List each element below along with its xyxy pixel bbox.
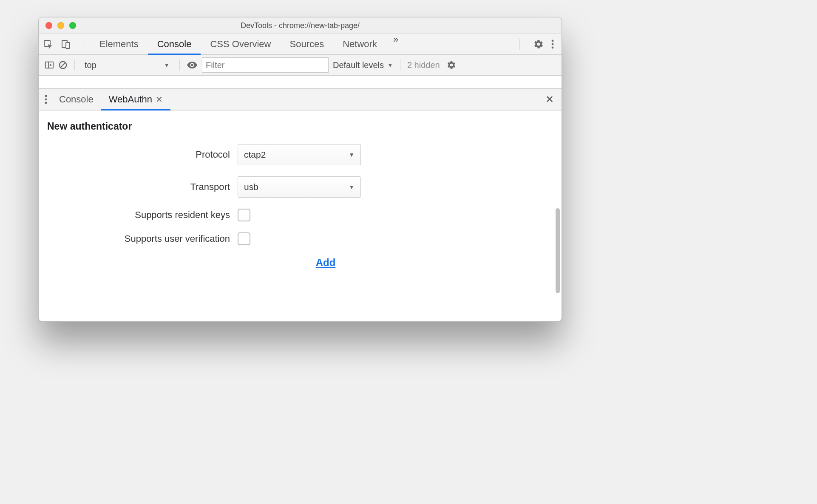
svg-point-3 xyxy=(552,40,554,42)
settings-icon[interactable] xyxy=(533,39,544,49)
chevron-down-icon: ▼ xyxy=(387,62,393,68)
webauthn-panel: New authenticator Protocol ctap2 ▼ Trans… xyxy=(39,110,562,322)
console-toolbar: top ▼ Default levels ▼ 2 hidden xyxy=(39,55,562,76)
live-expression-icon[interactable] xyxy=(187,59,198,71)
log-levels-select[interactable]: Default levels ▼ xyxy=(333,60,393,70)
window-title: DevTools - chrome://new-tab-page/ xyxy=(39,21,562,30)
titlebar: DevTools - chrome://new-tab-page/ xyxy=(39,17,562,34)
add-button[interactable]: Add xyxy=(313,256,338,269)
execution-context-select[interactable]: top ▼ xyxy=(82,58,173,72)
console-output-area xyxy=(39,76,562,89)
svg-point-11 xyxy=(45,95,47,97)
user-verification-label: Supports user verification xyxy=(47,233,238,244)
levels-label: Default levels xyxy=(333,60,384,70)
tab-sources[interactable]: Sources xyxy=(280,34,333,54)
tab-label: Console xyxy=(59,94,94,105)
device-toolbar-icon[interactable] xyxy=(61,39,71,49)
close-tab-icon[interactable]: ✕ xyxy=(156,94,163,105)
tab-label: WebAuthn xyxy=(109,94,152,105)
svg-point-5 xyxy=(552,47,554,49)
tab-label: Elements xyxy=(99,39,139,50)
svg-point-4 xyxy=(552,43,554,45)
hidden-messages-count[interactable]: 2 hidden xyxy=(407,60,440,70)
chevron-down-icon: ▼ xyxy=(164,62,170,68)
resident-keys-label: Supports resident keys xyxy=(47,210,238,221)
tab-css-overview[interactable]: CSS Overview xyxy=(201,34,280,54)
transport-label: Transport xyxy=(47,181,238,193)
drawer-kebab-icon[interactable] xyxy=(43,94,51,105)
tab-network[interactable]: Network xyxy=(333,34,386,54)
chevron-down-icon: ▼ xyxy=(349,151,355,158)
drawer-tab-console[interactable]: Console xyxy=(51,89,101,110)
more-tabs-button[interactable]: » xyxy=(386,34,405,54)
drawer-tab-webauthn[interactable]: WebAuthn ✕ xyxy=(101,89,170,110)
svg-point-13 xyxy=(45,102,47,104)
transport-select[interactable]: usb ▼ xyxy=(238,176,361,198)
scrollbar-thumb[interactable] xyxy=(556,208,560,293)
devtools-window: DevTools - chrome://new-tab-page/ Elemen… xyxy=(38,17,562,322)
protocol-select[interactable]: ctap2 ▼ xyxy=(238,144,361,165)
panel-heading: New authenticator xyxy=(47,121,553,132)
clear-console-icon[interactable] xyxy=(58,60,68,70)
svg-marker-8 xyxy=(50,64,52,66)
select-value: usb xyxy=(244,182,258,192)
chevron-down-icon: ▼ xyxy=(349,184,355,190)
svg-rect-2 xyxy=(66,42,70,48)
tab-console[interactable]: Console xyxy=(148,34,201,54)
tab-label: Console xyxy=(157,39,192,50)
divider xyxy=(179,59,180,71)
divider xyxy=(83,39,83,50)
console-sidebar-toggle-icon[interactable] xyxy=(45,60,54,70)
protocol-label: Protocol xyxy=(47,149,238,160)
close-drawer-icon[interactable]: ✕ xyxy=(545,93,557,105)
tab-label: Network xyxy=(343,39,377,50)
drawer-tabstrip: Console WebAuthn ✕ ✕ xyxy=(39,89,562,110)
main-tabstrip: Elements Console CSS Overview Sources Ne… xyxy=(39,34,562,55)
filter-input[interactable] xyxy=(202,57,329,73)
svg-line-10 xyxy=(61,63,65,68)
tab-elements[interactable]: Elements xyxy=(90,34,148,54)
user-verification-checkbox[interactable] xyxy=(238,232,250,245)
kebab-menu-icon[interactable] xyxy=(551,39,554,49)
divider xyxy=(400,59,400,71)
svg-point-12 xyxy=(45,99,47,101)
select-value: ctap2 xyxy=(244,150,266,160)
inspect-element-icon[interactable] xyxy=(43,39,53,49)
tab-label: CSS Overview xyxy=(210,39,271,50)
divider xyxy=(519,39,520,50)
context-label: top xyxy=(85,60,96,70)
resident-keys-checkbox[interactable] xyxy=(238,209,250,221)
divider xyxy=(74,59,75,71)
tab-label: Sources xyxy=(289,39,324,50)
console-settings-icon[interactable] xyxy=(447,60,456,70)
